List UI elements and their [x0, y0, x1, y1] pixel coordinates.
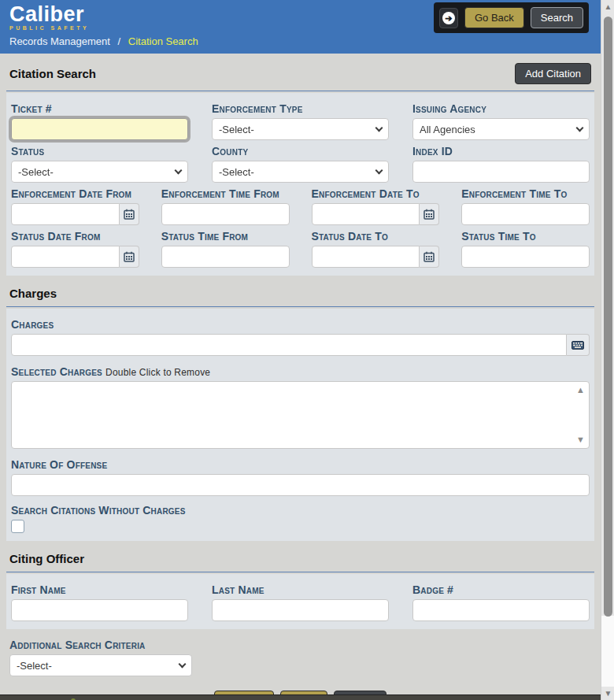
enf-date-from-input[interactable] — [11, 203, 120, 225]
charges-section-title: Charges — [9, 287, 57, 300]
citing-officer-title-row: Citing Officer — [6, 552, 594, 565]
selected-charges-field: Selected Charges Double Click to Remove … — [11, 365, 590, 449]
enf-time-to-field: Enforcement Time To — [461, 187, 590, 225]
chevron-down-icon — [375, 124, 383, 131]
citing-officer-section-title: Citing Officer — [9, 552, 84, 565]
status-select[interactable]: -Select- — [11, 161, 188, 183]
scrollbar-up-icon[interactable]: ▲ — [601, 2, 614, 11]
enforcement-type-select[interactable]: -Select- — [212, 118, 389, 140]
section-divider — [6, 306, 594, 307]
status-date-from-calendar-button[interactable] — [120, 246, 139, 268]
main-area: Caliber PUBLIC SAFETY Records Management… — [0, 0, 601, 700]
calendar-icon — [424, 209, 435, 220]
add-citation-button[interactable]: Add Citation — [515, 63, 591, 84]
enf-date-to-label: Enforcement Date To — [312, 187, 440, 200]
index-id-input[interactable] — [412, 161, 590, 183]
first-name-input[interactable] — [11, 599, 188, 621]
form-row-1: Ticket # Enforcement Type -Select- Issui… — [11, 98, 590, 140]
form-row-3: Enforcement Date From Enforcement Time F… — [11, 183, 590, 225]
calendar-icon — [424, 251, 435, 262]
status-date-to-label: Status Date To — [312, 230, 440, 243]
without-charges-checkbox[interactable] — [11, 520, 24, 533]
status-date-from-input[interactable] — [11, 246, 120, 268]
chevron-down-icon — [175, 166, 183, 174]
charges-keyboard-button[interactable] — [567, 334, 590, 356]
calendar-icon — [124, 209, 135, 220]
breadcrumb-parent[interactable]: Records Management — [9, 35, 110, 47]
status-time-to-label: Status Time To — [461, 230, 590, 243]
ticket-input[interactable] — [11, 118, 188, 140]
first-name-label: First Name — [11, 583, 188, 596]
scrollbar-track-lower[interactable] — [601, 616, 614, 687]
county-value: -Select- — [219, 166, 254, 178]
page-content: Citation Search Add Citation Ticket # En… — [0, 54, 601, 700]
badge-label: Badge # — [412, 583, 590, 596]
enforcement-type-field: Enforcement Type -Select- — [212, 102, 389, 140]
county-select[interactable]: -Select- — [212, 161, 389, 183]
badge-input[interactable] — [412, 599, 590, 621]
selected-charges-label-text: Selected Charges — [11, 365, 102, 378]
issuing-agency-field: Issuing Agency All Agencies — [412, 102, 590, 140]
app-header: Caliber PUBLIC SAFETY Records Management… — [0, 0, 601, 54]
scroll-down-icon[interactable]: ▼ — [576, 435, 585, 444]
page-title: Citation Search — [9, 67, 96, 80]
vertical-scrollbar[interactable]: ▲ ▼ — [601, 0, 614, 700]
calendar-icon — [124, 251, 135, 262]
enf-date-from-field: Enforcement Date From — [11, 187, 139, 225]
status-date-to-input[interactable] — [312, 246, 420, 268]
top-go-back-button[interactable]: Go Back — [464, 7, 524, 28]
breadcrumb-current[interactable]: Citation Search — [128, 35, 198, 47]
scrollbar-down-icon[interactable]: ▼ — [601, 689, 614, 698]
enforcement-type-label: Enforcement Type — [212, 102, 389, 115]
quick-nav-button[interactable]: ➔ — [439, 8, 458, 28]
selected-charges-listbox[interactable]: ▲ ▼ — [11, 381, 590, 449]
badge-field: Badge # — [412, 583, 590, 621]
charges-field: Charges — [11, 318, 590, 356]
form-row-2: Status -Select- County -Select- — [11, 140, 590, 183]
footer-strip — [0, 694, 601, 700]
enf-date-to-calendar-button[interactable] — [420, 203, 439, 225]
enf-date-from-calendar-button[interactable] — [120, 203, 139, 225]
status-time-to-input[interactable] — [461, 246, 590, 268]
charges-input[interactable] — [11, 334, 567, 356]
ticket-label: Ticket # — [11, 102, 188, 115]
citation-search-panel: Ticket # Enforcement Type -Select- Issui… — [6, 93, 594, 276]
breadcrumb: Records Management / Citation Search — [9, 35, 591, 47]
additional-criteria-label: Additional Search Criteria — [9, 639, 192, 651]
last-name-label: Last Name — [212, 583, 389, 596]
breadcrumb-separator: / — [118, 35, 121, 47]
enf-time-from-input[interactable] — [161, 203, 290, 225]
top-toolbar: ➔ Go Back Search — [434, 2, 589, 33]
citation-search-title-row: Citation Search Add Citation — [6, 63, 594, 84]
top-search-button[interactable]: Search — [531, 7, 583, 28]
scroll-up-icon[interactable]: ▲ — [576, 386, 585, 394]
county-field: County -Select- — [212, 145, 389, 183]
chevron-down-icon — [179, 660, 187, 668]
enf-time-to-label: Enforcement Time To — [461, 187, 590, 200]
additional-criteria-select[interactable]: -Select- — [9, 654, 192, 676]
issuing-agency-label: Issuing Agency — [412, 102, 590, 115]
charges-title-row: Charges — [6, 287, 594, 300]
status-field: Status -Select- — [11, 145, 188, 183]
status-time-from-input[interactable] — [161, 246, 290, 268]
last-name-field: Last Name — [212, 583, 389, 621]
enf-date-to-input[interactable] — [312, 203, 420, 225]
additional-criteria-field: Additional Search Criteria -Select- — [6, 639, 195, 676]
issuing-agency-select[interactable]: All Agencies — [412, 118, 590, 140]
county-label: County — [212, 145, 389, 157]
nature-of-offense-input[interactable] — [11, 474, 590, 496]
status-date-to-field: Status Date To — [312, 230, 440, 268]
status-date-to-calendar-button[interactable] — [420, 246, 439, 268]
without-charges-field: Search Citations Without Charges — [11, 504, 590, 533]
charges-label: Charges — [11, 318, 590, 331]
selected-charges-hint: Double Click to Remove — [105, 367, 210, 378]
status-value: -Select- — [18, 166, 54, 178]
issuing-agency-value: All Agencies — [420, 124, 475, 135]
scrollbar-thumb[interactable] — [604, 17, 612, 617]
last-name-input[interactable] — [212, 599, 389, 621]
status-time-to-field: Status Time To — [461, 230, 590, 268]
status-label: Status — [11, 145, 188, 157]
enf-time-to-input[interactable] — [461, 203, 590, 225]
enf-date-to-field: Enforcement Date To — [312, 187, 440, 225]
status-time-from-label: Status Time From — [161, 230, 290, 243]
